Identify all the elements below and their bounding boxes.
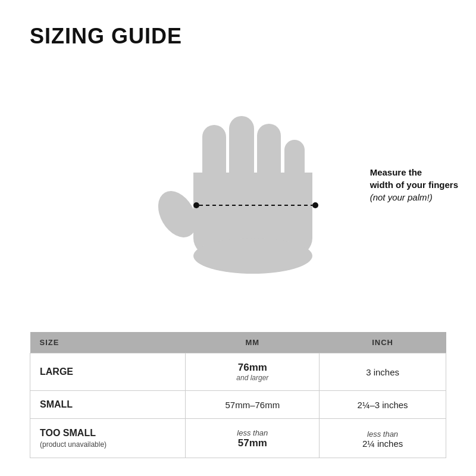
table-row: SMALL 57mm–76mm 2¼–3 inches: [30, 391, 446, 419]
svg-rect-6: [193, 173, 312, 208]
svg-point-7: [193, 238, 312, 274]
col-mm: MM: [186, 332, 320, 353]
measure-label: Measure the width of your fingers (not y…: [370, 166, 458, 203]
mm-cell: 57mm–76mm: [186, 391, 320, 419]
hand-svg-container: Measure the width of your fingers (not y…: [137, 89, 339, 292]
size-name-cell: LARGE: [30, 353, 186, 391]
table-header: SIZE MM INCH: [30, 332, 446, 353]
hand-icon: [137, 89, 339, 292]
svg-point-9: [312, 202, 318, 208]
page-title: SIZING GUIDE: [30, 24, 446, 49]
size-table: SIZE MM INCH LARGE 76mm and larger 3 inc…: [30, 332, 446, 458]
inch-cell: less than 2¼ inches: [320, 419, 446, 458]
size-name-cell: TOO SMALL (product unavailable): [30, 419, 186, 458]
mm-cell: less than 57mm: [186, 419, 320, 458]
table-row: LARGE 76mm and larger 3 inches: [30, 353, 446, 391]
size-name-cell: SMALL: [30, 391, 186, 419]
hand-illustration-section: Measure the width of your fingers (not y…: [30, 61, 446, 320]
mm-cell: 76mm and larger: [186, 353, 320, 391]
table-body: LARGE 76mm and larger 3 inches SMALL 57m…: [30, 353, 446, 458]
svg-point-8: [193, 202, 199, 208]
inch-cell: 3 inches: [320, 353, 446, 391]
col-size: SIZE: [30, 332, 186, 353]
inch-cell: 2¼–3 inches: [320, 391, 446, 419]
table-row: TOO SMALL (product unavailable) less tha…: [30, 419, 446, 458]
table-header-row: SIZE MM INCH: [30, 332, 446, 353]
col-inch: INCH: [320, 332, 446, 353]
